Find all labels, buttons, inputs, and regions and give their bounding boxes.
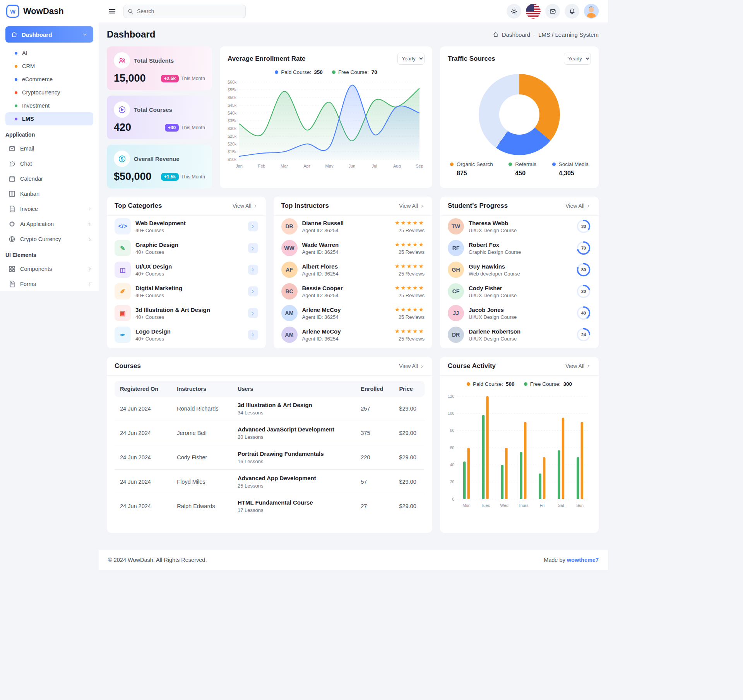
legend-dot-icon: [467, 382, 470, 386]
star-rating: ★★★★★: [395, 284, 425, 291]
view-all-link[interactable]: View All: [399, 203, 425, 209]
category-icon: </>: [115, 218, 131, 234]
cell-price: $29.00: [394, 470, 425, 494]
sidebar-subitem-label: eCommerce: [22, 76, 53, 82]
language-flag-button[interactable]: [526, 4, 541, 19]
cell-instructor: Floyd Miles: [171, 470, 232, 494]
sidebar-item-icon: [9, 160, 15, 167]
made-by-link[interactable]: wowtheme7: [567, 557, 599, 563]
sidebar-item[interactable]: Forms: [0, 276, 99, 291]
reviews-count: 25 Reviews: [399, 249, 425, 255]
brand-name: WowDash: [23, 6, 64, 16]
svg-text:$50k: $50k: [228, 95, 237, 100]
legend-value: 300: [563, 381, 572, 387]
category-icon: ✐: [115, 283, 131, 300]
sidebar-subitem[interactable]: CRM: [5, 60, 93, 73]
instructor-name: Wade Warren: [302, 241, 339, 248]
traffic-legend-item: Social Media 4,305: [552, 161, 589, 177]
sidebar-item[interactable]: Invoice: [0, 201, 99, 216]
sidebar-item-icon: [9, 190, 15, 197]
course-activity-title: Course Activity: [448, 362, 496, 370]
legend-dot-icon: [552, 163, 556, 166]
cell-instructor: Ronald Richards: [171, 397, 232, 421]
sidebar-item[interactable]: Components: [0, 261, 99, 276]
sidebar-subitem[interactable]: Cryptocurrency: [5, 86, 93, 99]
messages-button[interactable]: [545, 4, 560, 19]
category-title: UI/UX Design: [135, 263, 172, 270]
student-list-item: JJ Jacob Jones UI/UX Design Course 40: [440, 302, 599, 324]
chevron-right-icon: [87, 266, 92, 272]
sidebar-item[interactable]: Calendar: [0, 171, 99, 186]
svg-text:Jun: Jun: [348, 164, 355, 168]
cell-course: 3d Illustration & Art Design 34 Lessons: [232, 397, 355, 421]
svg-text:40: 40: [581, 311, 586, 315]
category-open-button[interactable]: [248, 286, 258, 296]
search-input[interactable]: [123, 5, 246, 18]
instructor-agent-id: Agent ID: 36254: [302, 336, 341, 342]
instructor-agent-id: Agent ID: 36254: [302, 271, 339, 277]
notifications-button[interactable]: [565, 4, 579, 19]
view-all-link[interactable]: View All: [233, 203, 258, 209]
user-avatar[interactable]: [584, 4, 599, 19]
sidebar-item[interactable]: Kanban: [0, 186, 99, 201]
star-rating: ★★★★★: [395, 241, 425, 248]
sidebar-item[interactable]: Crypto Currency: [0, 231, 99, 246]
stat-badge: +30: [165, 124, 179, 132]
category-list-item: ▣ 3d Illustration & Art Design 40+ Cours…: [107, 302, 266, 324]
column-header: Price: [394, 381, 425, 397]
svg-text:Apr: Apr: [303, 164, 310, 168]
sidebar-subitem[interactable]: LMS: [5, 112, 93, 125]
breadcrumb-home[interactable]: Dashboard: [502, 31, 530, 38]
view-all-link[interactable]: View All: [565, 203, 591, 209]
category-open-button[interactable]: [248, 221, 258, 231]
sidebar-item[interactable]: Email: [0, 141, 99, 156]
menu-icon[interactable]: [108, 7, 116, 15]
category-subtitle: 40+ Courses: [135, 228, 186, 233]
view-all-link[interactable]: View All: [565, 363, 591, 369]
category-open-button[interactable]: [248, 243, 258, 253]
sidebar-item-label: Crypto Currency: [20, 236, 61, 242]
student-name: Jacob Jones: [469, 306, 517, 313]
legend-value: 350: [314, 69, 323, 75]
chevron-right-icon: [586, 204, 591, 209]
view-all-link[interactable]: View All: [399, 363, 425, 369]
stat-card: Overall Revenue $50,000 +1.5k This Month: [107, 145, 212, 188]
legend-value: 875: [457, 170, 493, 177]
sidebar-item[interactable]: Ai Application: [0, 216, 99, 231]
sidebar-subitem[interactable]: AI: [5, 46, 93, 60]
cell-course: Advanced JavaScript Development 20 Lesso…: [232, 421, 355, 445]
sidebar-item[interactable]: Chat: [0, 156, 99, 171]
category-open-button[interactable]: [248, 330, 258, 340]
chevron-right-icon: [87, 281, 92, 287]
svg-text:24: 24: [581, 332, 586, 337]
ui-elements-menu: Components Forms Table: [0, 261, 99, 291]
svg-text:May: May: [325, 164, 334, 168]
course-lessons: 16 Lessons: [238, 459, 350, 464]
app-frame: W WowDash Dashboard AI CRM eCommerce Cry…: [0, 0, 608, 700]
legend-item: Paid Course: 350: [275, 69, 323, 75]
top-instructors-card: Top Instructors View All DR Dianne Russe…: [274, 197, 433, 348]
enrollment-period-select[interactable]: Yearly: [397, 53, 425, 65]
svg-text:$35k: $35k: [228, 118, 237, 123]
category-title: 3d Illustration & Art Design: [135, 306, 210, 313]
svg-text:$15k: $15k: [228, 149, 237, 154]
enrollment-area-chart: $10k$15k$20k$25k$30k$35k$40k$45k$50k$55k…: [220, 75, 432, 174]
category-open-button[interactable]: [248, 308, 258, 318]
brand-logo[interactable]: W WowDash: [0, 0, 99, 22]
bullet-icon: [15, 91, 17, 94]
traffic-period-select[interactable]: Yearly: [564, 53, 591, 65]
sidebar: W WowDash Dashboard AI CRM eCommerce Cry…: [0, 0, 99, 291]
category-subtitle: 40+ Courses: [135, 314, 210, 320]
cell-enrolled: 57: [355, 470, 394, 494]
chevron-right-icon: [419, 204, 425, 209]
sidebar-subitem[interactable]: eCommerce: [5, 73, 93, 86]
legend-label: Paid Course:: [281, 69, 311, 75]
chevron-right-icon: [250, 332, 255, 337]
theme-toggle-button[interactable]: [507, 4, 521, 19]
sidebar-subitem[interactable]: Investment: [5, 99, 93, 112]
sidebar-item-dashboard[interactable]: Dashboard: [5, 26, 93, 43]
stat-note: This Month: [181, 125, 205, 130]
svg-text:$60k: $60k: [228, 80, 237, 84]
svg-text:20: 20: [581, 289, 586, 294]
category-open-button[interactable]: [248, 265, 258, 275]
